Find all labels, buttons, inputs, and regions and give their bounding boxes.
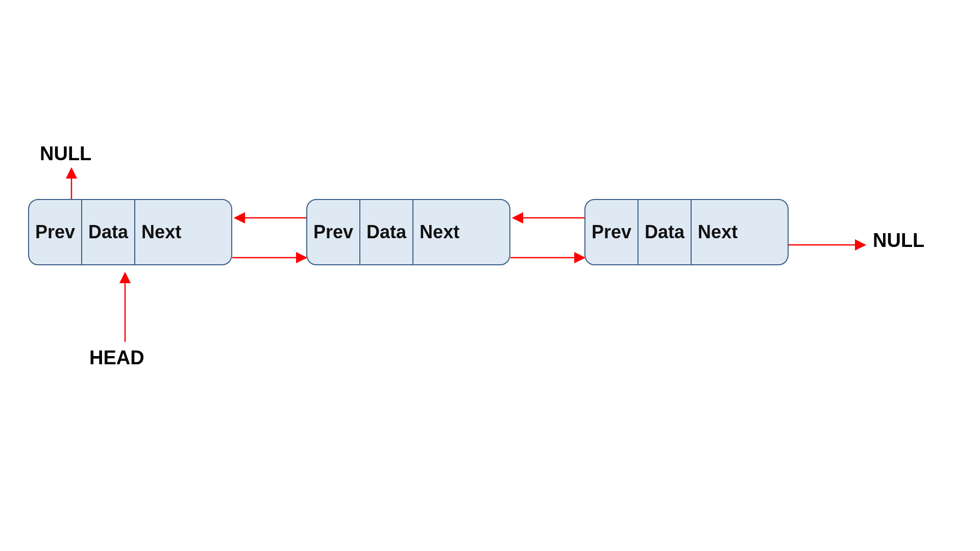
node-3: Prev Data Next: [584, 199, 789, 265]
node-1-prev: Prev: [29, 200, 82, 264]
node-2-prev: Prev: [307, 200, 360, 264]
node-1-next: Next: [135, 200, 187, 264]
head-label: HEAD: [89, 347, 144, 369]
node-2-data: Data: [360, 200, 413, 264]
null-right-label: NULL: [873, 230, 924, 252]
node-3-data: Data: [639, 200, 692, 264]
node-2-next: Next: [413, 200, 465, 264]
node-3-next: Next: [692, 200, 744, 264]
node-1-data: Data: [82, 200, 135, 264]
node-2: Prev Data Next: [306, 199, 510, 265]
null-top-label: NULL: [40, 143, 91, 165]
node-1: Prev Data Next: [28, 199, 232, 265]
node-3-prev: Prev: [585, 200, 639, 264]
diagram-stage: NULL NULL HEAD Prev Data Next Prev Data …: [0, 0, 980, 551]
arrows-layer: [0, 0, 980, 551]
